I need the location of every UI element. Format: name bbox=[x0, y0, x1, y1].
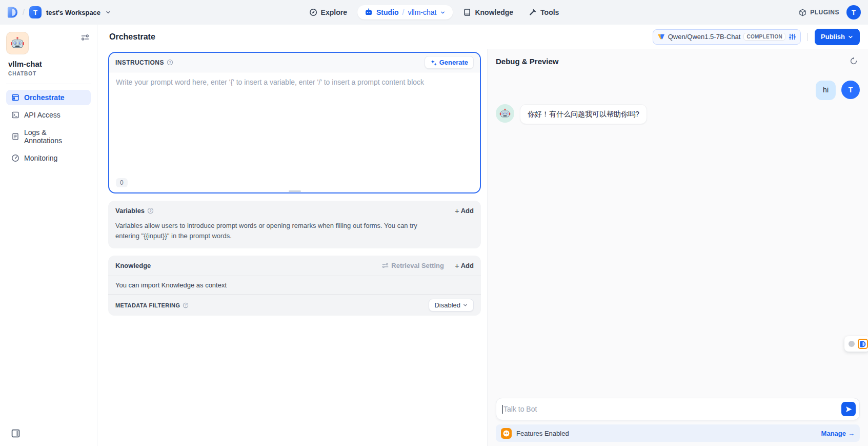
knowledge-panel: Knowledge Retrieval Setting + Add You bbox=[108, 256, 481, 316]
nav-knowledge[interactable]: Knowledge bbox=[458, 5, 518, 20]
restart-conversation-icon[interactable] bbox=[847, 55, 860, 67]
knowledge-header: Knowledge Retrieval Setting + Add bbox=[108, 256, 481, 276]
help-icon[interactable]: ? bbox=[147, 207, 154, 214]
send-icon bbox=[845, 405, 853, 413]
collapse-sidebar-icon[interactable] bbox=[9, 427, 22, 440]
instructions-editor-area bbox=[109, 72, 480, 178]
chat-message-list: hi T bbox=[496, 67, 860, 398]
bot-chat-avatar bbox=[496, 104, 514, 123]
add-variable-button[interactable]: + Add bbox=[455, 207, 474, 215]
metadata-filtering-row: METADATA FILTERING ? Disabled bbox=[108, 294, 481, 316]
sidebar-item-label: API Access bbox=[24, 111, 60, 119]
features-icon bbox=[501, 428, 512, 439]
workspace-name[interactable]: test's Workspace bbox=[46, 9, 100, 16]
plus-icon: + bbox=[455, 207, 459, 215]
user-chat-avatar: T bbox=[841, 81, 860, 99]
dify-mini-logo[interactable] bbox=[858, 339, 868, 349]
plugins-button[interactable]: PLUGINS bbox=[799, 9, 839, 16]
book-icon bbox=[463, 8, 471, 16]
generate-label: Generate bbox=[439, 59, 468, 66]
header-workspace-area: / T test's Workspace bbox=[7, 6, 111, 18]
nav-knowledge-label: Knowledge bbox=[475, 8, 513, 16]
assistant-message-bubble: 你好！有什么问题我可以帮助你吗? bbox=[520, 104, 647, 125]
chat-input-area bbox=[496, 398, 860, 420]
instructions-header: INSTRUCTIONS ? Generate bbox=[109, 53, 480, 72]
sidebar-item-logs-annotations[interactable]: Logs & Annotations bbox=[6, 125, 91, 148]
page-toolbar: Orchestrate Qwen/Qwen1.5-7B-Chat COMPLET… bbox=[97, 25, 868, 49]
generate-button[interactable]: Generate bbox=[425, 56, 474, 69]
chevron-down-icon bbox=[462, 302, 468, 308]
orchestrate-config-column: INSTRUCTIONS ? Generate bbox=[97, 49, 487, 446]
send-button[interactable] bbox=[841, 402, 856, 416]
page-title: Orchestrate bbox=[109, 32, 155, 42]
header-right-area: PLUGINS T bbox=[799, 5, 861, 20]
nav-tools[interactable]: Tools bbox=[523, 5, 564, 20]
sidebar-divider bbox=[6, 84, 91, 84]
chevron-down-icon[interactable] bbox=[440, 10, 446, 15]
instructions-textarea[interactable] bbox=[116, 78, 473, 178]
chat-message-assistant: 你好！有什么问题我可以帮助你吗? bbox=[496, 104, 860, 125]
add-label: Add bbox=[461, 207, 474, 215]
manage-label: Manage bbox=[821, 430, 846, 437]
main-area: Orchestrate Qwen/Qwen1.5-7B-Chat COMPLET… bbox=[97, 25, 868, 446]
gauge-icon bbox=[11, 154, 19, 162]
metadata-filtering-value: Disabled bbox=[434, 301, 460, 309]
window-icon bbox=[11, 93, 19, 102]
add-label: Add bbox=[461, 262, 474, 269]
svg-text:?: ? bbox=[185, 303, 187, 307]
knowledge-description: You can import Knowledge as context bbox=[108, 276, 481, 294]
extension-float-widget[interactable] bbox=[844, 336, 868, 352]
publish-button[interactable]: Publish bbox=[815, 29, 860, 45]
manage-features-button[interactable]: Manage → bbox=[821, 430, 855, 437]
publish-label: Publish bbox=[821, 33, 845, 41]
model-selector[interactable]: Qwen/Qwen1.5-7B-Chat COMPLETION bbox=[653, 29, 801, 45]
add-knowledge-button[interactable]: + Add bbox=[455, 262, 474, 269]
metadata-filtering-select[interactable]: Disabled bbox=[429, 299, 474, 312]
chevron-down-icon[interactable] bbox=[105, 9, 111, 15]
sparkle-icon bbox=[430, 59, 437, 66]
variables-panel: Variables ? + Add Variables allow users … bbox=[108, 201, 481, 248]
nav-studio-app-name: vllm-chat bbox=[408, 8, 436, 16]
chat-message-user: hi T bbox=[496, 81, 860, 100]
retrieval-settings-icon bbox=[382, 262, 389, 269]
svg-text:?: ? bbox=[169, 61, 171, 64]
debug-preview-panel: Debug & Preview hi T bbox=[487, 49, 868, 446]
nav-explore-label: Explore bbox=[321, 8, 347, 16]
sidebar-item-label: Monitoring bbox=[24, 154, 57, 162]
app-card bbox=[6, 32, 91, 54]
dify-logo[interactable] bbox=[7, 6, 18, 18]
toolbar-divider bbox=[808, 33, 808, 41]
explore-icon bbox=[309, 8, 317, 16]
plugins-label: PLUGINS bbox=[810, 9, 839, 16]
chat-input[interactable] bbox=[503, 405, 835, 413]
document-icon bbox=[11, 132, 19, 141]
debug-header: Debug & Preview bbox=[496, 49, 860, 67]
breadcrumb-separator: / bbox=[402, 8, 405, 16]
gray-dot-icon bbox=[849, 341, 855, 347]
nav-explore[interactable]: Explore bbox=[304, 5, 352, 20]
model-settings-icon[interactable] bbox=[789, 33, 796, 41]
workspace-avatar[interactable]: T bbox=[29, 6, 42, 18]
breadcrumb-separator: / bbox=[23, 8, 25, 16]
main-nav: Explore Studio / vllm-chat Knowledge Too… bbox=[304, 0, 564, 25]
char-count-badge: 0 bbox=[116, 178, 128, 187]
sidebar-item-orchestrate[interactable]: Orchestrate bbox=[6, 90, 91, 105]
user-message-bubble: hi bbox=[816, 81, 836, 100]
app-icon[interactable] bbox=[6, 32, 29, 54]
nav-studio-active[interactable]: Studio / vllm-chat bbox=[357, 5, 453, 20]
sidebar-item-label: Orchestrate bbox=[24, 93, 65, 102]
vllm-logo-icon bbox=[657, 33, 665, 41]
help-icon[interactable]: ? bbox=[167, 59, 173, 66]
features-enabled-label: Features Enabled bbox=[516, 430, 569, 437]
sidebar-item-api-access[interactable]: API Access bbox=[6, 107, 91, 123]
user-avatar[interactable]: T bbox=[846, 5, 861, 20]
nav-tools-label: Tools bbox=[540, 8, 559, 16]
help-icon[interactable]: ? bbox=[183, 302, 189, 308]
svg-text:?: ? bbox=[149, 209, 151, 212]
sidebar-item-monitoring[interactable]: Monitoring bbox=[6, 150, 91, 166]
retrieval-setting-button[interactable]: Retrieval Setting bbox=[382, 262, 444, 269]
instructions-title: INSTRUCTIONS bbox=[115, 59, 164, 66]
app-operations-icon[interactable] bbox=[79, 32, 91, 43]
app-type-badge: CHATBOT bbox=[6, 71, 91, 76]
resize-handle[interactable] bbox=[289, 190, 301, 192]
